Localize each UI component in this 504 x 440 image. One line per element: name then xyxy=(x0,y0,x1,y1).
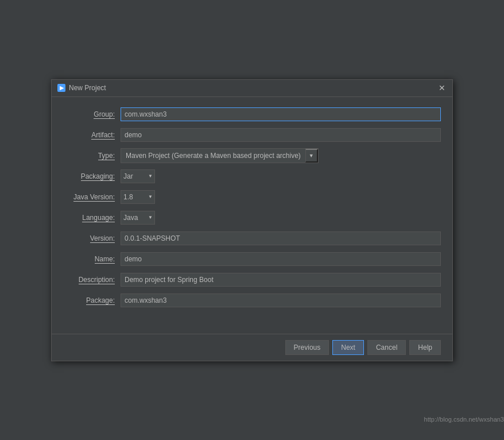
previous-button[interactable]: Previous xyxy=(285,340,329,355)
dialog-title: ▶ New Project xyxy=(57,84,106,92)
version-label: Version: xyxy=(63,234,121,242)
language-select-container: Java Kotlin Groovy xyxy=(121,211,155,225)
dialog-content: Group: Artifact: Type: Maven Project (Ge… xyxy=(52,97,452,322)
next-button[interactable]: Next xyxy=(332,340,364,355)
name-input[interactable] xyxy=(121,252,441,266)
description-row: Description: xyxy=(63,272,441,288)
packaging-select[interactable]: Jar War xyxy=(121,169,155,183)
type-select-wrapper: Maven Project (Generate a Maven based pr… xyxy=(121,148,319,163)
version-input[interactable] xyxy=(121,231,441,245)
group-input[interactable] xyxy=(121,107,441,121)
java-version-select-container: 1.8 11 17 xyxy=(121,190,155,204)
language-row: Language: Java Kotlin Groovy xyxy=(63,210,441,226)
java-version-row: Java Version: 1.8 11 17 xyxy=(63,189,441,205)
help-button[interactable]: Help xyxy=(409,340,441,355)
backdrop: ▶ New Project ✕ Group: Artifact: xyxy=(0,0,504,440)
name-row: Name: xyxy=(63,251,441,267)
dialog-titlebar: ▶ New Project ✕ xyxy=(52,80,452,97)
description-input[interactable] xyxy=(121,273,441,287)
type-dropdown-button[interactable]: ▼ xyxy=(305,149,318,163)
artifact-input[interactable] xyxy=(121,128,441,142)
package-input[interactable] xyxy=(121,294,441,307)
language-select[interactable]: Java Kotlin Groovy xyxy=(121,211,155,225)
version-row: Version: xyxy=(63,230,441,246)
type-label: Type: xyxy=(63,152,121,160)
language-label: Language: xyxy=(63,214,121,222)
artifact-label: Artifact: xyxy=(63,131,121,139)
dialog-footer: Previous Next Cancel Help xyxy=(52,334,452,361)
close-button[interactable]: ✕ xyxy=(437,83,447,92)
java-version-select[interactable]: 1.8 11 17 xyxy=(121,190,155,204)
new-project-dialog: ▶ New Project ✕ Group: Artifact: xyxy=(51,79,453,361)
type-row: Type: Maven Project (Generate a Maven ba… xyxy=(63,148,441,164)
package-row: Package: xyxy=(63,292,441,308)
cancel-button[interactable]: Cancel xyxy=(367,340,406,355)
artifact-row: Artifact: xyxy=(63,127,441,143)
dialog-title-text: New Project xyxy=(69,84,106,92)
group-label: Group: xyxy=(63,110,121,118)
package-label: Package: xyxy=(63,296,121,304)
type-value-text: Maven Project (Generate a Maven based pr… xyxy=(121,150,305,161)
group-row: Group: xyxy=(63,106,441,122)
name-label: Name: xyxy=(63,255,121,263)
packaging-select-container: Jar War xyxy=(121,169,155,183)
watermark: http://blog.csdn.net/wxshan3 xyxy=(424,416,504,423)
description-label: Description: xyxy=(63,276,121,284)
dialog-title-icon: ▶ xyxy=(57,84,65,92)
packaging-label: Packaging: xyxy=(63,172,121,180)
java-version-label: Java Version: xyxy=(63,193,121,201)
packaging-row: Packaging: Jar War xyxy=(63,168,441,184)
